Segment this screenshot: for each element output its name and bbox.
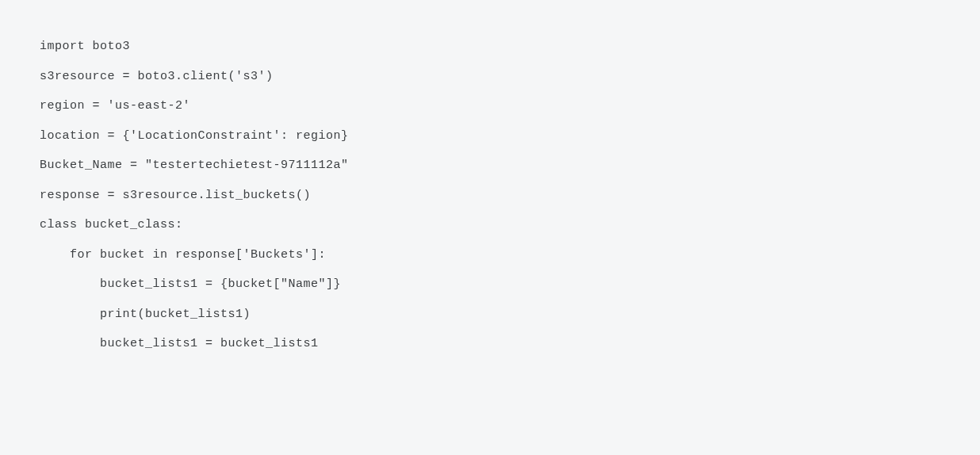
code-line: import boto3 — [40, 32, 940, 62]
code-line: location = {'LocationConstraint': region… — [40, 121, 940, 151]
code-line: response = s3resource.list_buckets() — [40, 181, 940, 211]
code-line: bucket_lists1 = bucket_lists1 — [40, 329, 940, 359]
code-block: import boto3 s3resource = boto3.client('… — [0, 0, 980, 455]
code-line: bucket_lists1 = {bucket["Name"]} — [40, 270, 940, 300]
code-line: region = 'us-east-2' — [40, 91, 940, 121]
code-line: for bucket in response['Buckets']: — [40, 240, 940, 270]
code-line: Bucket_Name = "testertechietest-9711112a… — [40, 151, 940, 181]
code-line: s3resource = boto3.client('s3') — [40, 62, 940, 92]
code-line: class bucket_class: — [40, 210, 940, 240]
code-line: print(bucket_lists1) — [40, 300, 940, 330]
